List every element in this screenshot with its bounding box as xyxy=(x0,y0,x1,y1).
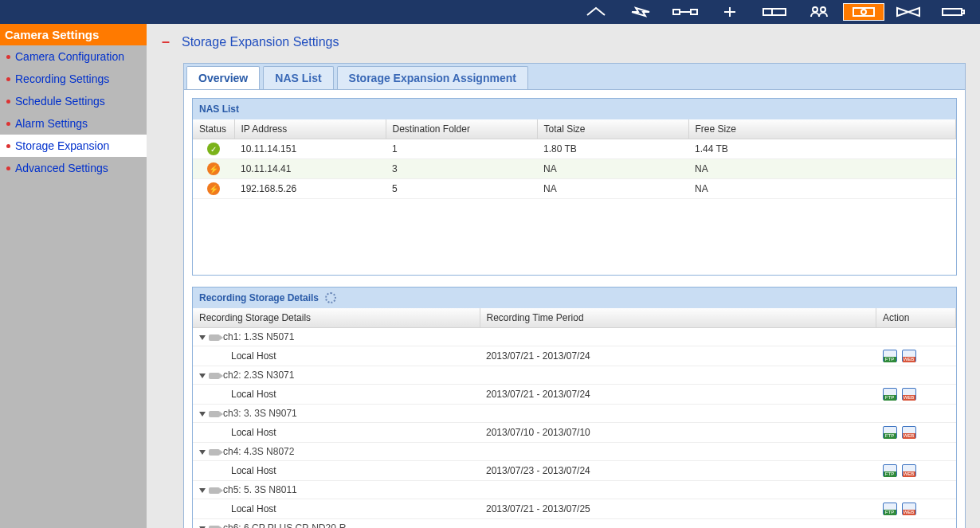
nas-free: NA xyxy=(688,179,956,199)
nas-total: 1.80 TB xyxy=(537,139,688,159)
web-icon[interactable] xyxy=(902,464,916,477)
nas-row[interactable]: ⚡192.168.5.265NANA xyxy=(193,179,956,199)
sidebar-item-label: Storage Expansion xyxy=(15,139,109,152)
expand-icon[interactable] xyxy=(199,450,206,455)
expand-icon[interactable] xyxy=(199,412,206,417)
bowtie-icon[interactable] xyxy=(888,3,929,21)
svg-point-7 xyxy=(813,7,817,12)
home-icon[interactable] xyxy=(575,3,617,21)
col-period[interactable]: Recording Time Period xyxy=(480,308,876,328)
channel-name: ch6: 6.CP PLUS CP-ND20-R xyxy=(223,522,347,528)
ftp-icon[interactable] xyxy=(883,388,897,401)
col-folder[interactable]: Destination Folder xyxy=(386,119,537,139)
web-icon[interactable] xyxy=(902,350,916,362)
expand-icon[interactable] xyxy=(199,335,206,340)
expand-icon[interactable] xyxy=(199,374,206,378)
sidebar: Camera Settings Camera ConfigurationReco… xyxy=(0,24,147,528)
web-icon[interactable] xyxy=(902,503,916,515)
collapse-icon[interactable]: – xyxy=(161,33,171,50)
svg-point-8 xyxy=(821,7,825,12)
tab-strip: OverviewNAS ListStorage Expansion Assign… xyxy=(183,63,966,89)
tab-2[interactable]: Storage Expansion Assignment xyxy=(337,66,528,89)
nas-folder: 5 xyxy=(386,179,537,199)
web-icon[interactable] xyxy=(902,426,916,439)
sidebar-item-5[interactable]: Advanced Settings xyxy=(0,157,147,179)
camera-small-icon xyxy=(209,487,220,494)
channel-name: ch2: 2.3S N3071 xyxy=(223,370,294,381)
action-cell xyxy=(876,499,956,519)
action-cell xyxy=(876,385,956,405)
bullet-icon xyxy=(6,77,10,81)
time-period: 2013/07/21 - 2013/07/24 xyxy=(480,385,876,405)
svg-rect-1 xyxy=(691,10,697,14)
channel-name: ch3: 3. 3S N9071 xyxy=(223,408,297,419)
storage-host-row[interactable]: Local Host2013/07/10 - 2013/07/10 xyxy=(193,423,956,443)
camera-small-icon xyxy=(209,449,220,456)
bullet-icon xyxy=(6,122,10,126)
channel-row[interactable]: ch1: 1.3S N5071 xyxy=(193,328,956,346)
web-icon[interactable] xyxy=(902,388,916,401)
expand-icon[interactable] xyxy=(199,488,206,493)
col-free[interactable]: Free Size xyxy=(688,119,956,139)
storage-details-panel: Recording Storage Details Recording Stor… xyxy=(192,287,957,528)
host-label: Local Host xyxy=(193,385,480,405)
storage-host-row[interactable]: Local Host2013/07/23 - 2013/07/24 xyxy=(193,461,956,481)
sidebar-item-label: Alarm Settings xyxy=(15,117,88,130)
channel-row[interactable]: ch3: 3. 3S N9071 xyxy=(193,405,956,423)
top-toolbar xyxy=(0,0,980,24)
storage-host-row[interactable]: Local Host2013/07/21 - 2013/07/25 xyxy=(193,499,956,519)
bullet-icon xyxy=(6,144,10,148)
channel-row[interactable]: ch2: 2.3S N3071 xyxy=(193,366,956,385)
storage-details-title: Recording Storage Details xyxy=(199,292,319,303)
storage-host-row[interactable]: Local Host2013/07/21 - 2013/07/24 xyxy=(193,385,956,405)
nas-ip: 10.11.14.41 xyxy=(234,159,386,179)
host-label: Local Host xyxy=(193,499,480,519)
battery-icon[interactable] xyxy=(932,3,974,21)
page-title: Storage Expansion Settings xyxy=(182,35,339,49)
bolt-icon[interactable] xyxy=(620,3,661,21)
col-ip[interactable]: IP Address xyxy=(234,119,386,139)
nas-row[interactable]: ⚡10.11.14.413NANA xyxy=(193,159,956,179)
ftp-icon[interactable] xyxy=(883,350,897,362)
ftp-icon[interactable] xyxy=(883,503,897,515)
action-cell xyxy=(876,461,956,481)
svg-marker-12 xyxy=(908,8,919,16)
storage-details-table: Recording Storage Details Recording Time… xyxy=(193,308,956,528)
action-cell xyxy=(876,346,956,366)
nas-total: NA xyxy=(537,179,688,199)
sidebar-item-label: Recording Settings xyxy=(15,72,109,85)
bullet-icon xyxy=(6,55,10,59)
tab-1[interactable]: NAS List xyxy=(263,66,333,89)
storage-host-row[interactable]: Local Host2013/07/21 - 2013/07/24 xyxy=(193,346,956,366)
ftp-icon[interactable] xyxy=(883,464,897,477)
col-status[interactable]: Status xyxy=(193,119,234,139)
camera-icon[interactable] xyxy=(843,3,884,21)
nas-row[interactable]: ✓10.11.14.15111.80 TB1.44 TB xyxy=(193,139,956,159)
channel-row[interactable]: ch6: 6.CP PLUS CP-ND20-R xyxy=(193,519,956,529)
sidebar-header: Camera Settings xyxy=(0,24,147,45)
sidebar-item-4[interactable]: Storage Expansion xyxy=(0,135,147,157)
col-details[interactable]: Recording Storage Details xyxy=(193,308,480,328)
link-icon[interactable] xyxy=(664,3,706,21)
drive-icon[interactable] xyxy=(754,3,795,21)
sidebar-item-1[interactable]: Recording Settings xyxy=(0,68,147,90)
sidebar-item-3[interactable]: Alarm Settings xyxy=(0,112,147,135)
ftp-icon[interactable] xyxy=(883,426,897,439)
channel-row[interactable]: ch5: 5. 3S N8011 xyxy=(193,481,956,499)
bullet-icon xyxy=(6,166,10,170)
sidebar-item-0[interactable]: Camera Configuration xyxy=(0,45,147,68)
plus-icon[interactable] xyxy=(709,3,751,21)
nas-ip: 192.168.5.26 xyxy=(234,179,386,199)
channel-row[interactable]: ch4: 4.3S N8072 xyxy=(193,443,956,461)
tab-body: NAS List Status IP Address Destination F… xyxy=(183,89,966,528)
time-period: 2013/07/21 - 2013/07/25 xyxy=(480,499,876,519)
action-cell xyxy=(876,423,956,443)
refresh-icon[interactable] xyxy=(325,292,336,303)
col-total[interactable]: Total Size xyxy=(537,119,688,139)
tab-0[interactable]: Overview xyxy=(186,66,260,89)
sidebar-item-2[interactable]: Schedule Settings xyxy=(0,90,147,112)
svg-point-10 xyxy=(861,10,866,14)
nas-total: NA xyxy=(537,159,688,179)
users-icon[interactable] xyxy=(798,3,840,21)
col-action[interactable]: Action xyxy=(876,308,956,328)
